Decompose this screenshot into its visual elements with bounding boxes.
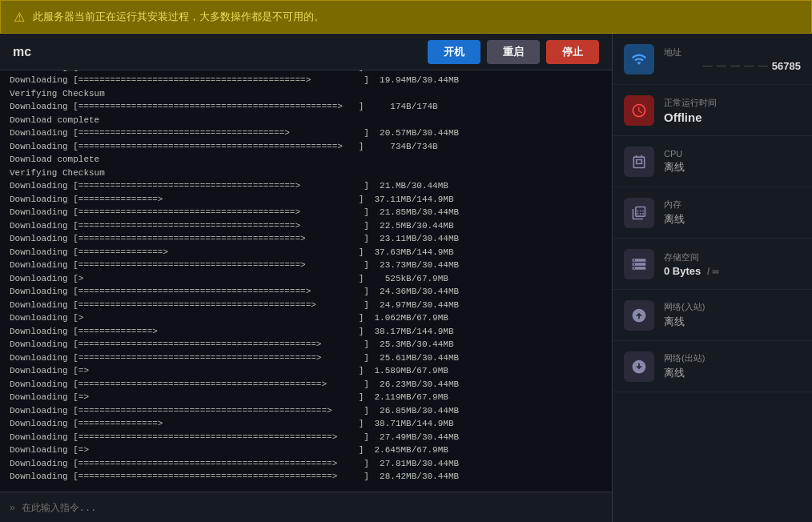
storage-icon [624, 249, 654, 279]
console-line: Downloading [===========================… [10, 219, 602, 233]
network-in-card: 网络(入站) 离线 [613, 290, 812, 341]
right-panel: 地址 — — — — — 56785 正常运行时间 Offline [612, 34, 812, 522]
ram-label: 内存 [664, 199, 801, 211]
cpu-card: CPU 离线 [613, 136, 812, 187]
console-line: Downloading [===========================… [10, 404, 602, 418]
cpu-label: CPU [664, 149, 801, 159]
storage-card-content: 存储空间 0 Bytes / ∞ [664, 251, 801, 277]
console-line: Downloading [===============> ] 37.11MB/… [10, 193, 602, 207]
console-line: Downloading [===========================… [10, 140, 602, 154]
network-label: 地址 [664, 46, 801, 58]
storage-card: 存储空间 0 Bytes / ∞ [613, 239, 812, 290]
console-line: Downloading [===========================… [10, 378, 602, 392]
console-line: Downloading [===========================… [10, 285, 602, 299]
console-line: Downloading [> ] 1.062MB/67.9MB [10, 311, 602, 325]
uptime-card: 正常运行时间 Offline [613, 85, 812, 136]
network-out-icon [624, 351, 654, 382]
uptime-card-content: 正常运行时间 Offline [664, 97, 801, 124]
network-in-icon [624, 300, 654, 331]
console-line: Downloading [===========================… [10, 100, 602, 114]
ip-display: — — — — — 56785 [664, 60, 801, 72]
cpu-card-content: CPU 离线 [664, 149, 801, 175]
console-line: Downloading [===========================… [10, 351, 602, 365]
header-buttons: 开机 重启 停止 [428, 40, 599, 64]
command-input[interactable] [22, 502, 602, 513]
ip-port: 56785 [772, 60, 801, 72]
console-line: Downloading [> ] 525kB/67.9MB [10, 272, 602, 286]
console-line: Verifying Checksum [10, 167, 602, 180]
network-card: 地址 — — — — — 56785 [613, 34, 812, 85]
main-layout: mc 开机 重启 停止 Downloading [===============… [0, 34, 812, 522]
network-icon [624, 44, 654, 74]
ip-masked: — — — — — [703, 60, 769, 71]
stop-button[interactable]: 停止 [546, 40, 599, 64]
network-in-label: 网络(入站) [664, 301, 801, 313]
console-line: Downloading [===========================… [10, 299, 602, 312]
command-input-bar: » [0, 492, 612, 522]
console-line: Downloading [===========================… [10, 74, 602, 87]
left-panel: mc 开机 重启 停止 Downloading [===============… [0, 34, 612, 522]
header-bar: mc 开机 重启 停止 [0, 34, 612, 70]
network-out-label: 网络(出站) [664, 352, 801, 364]
console-line: Downloading [==============> ] 38.17MB/1… [10, 325, 602, 339]
cpu-value: 离线 [664, 160, 801, 175]
ram-value: 离线 [664, 212, 801, 227]
network-card-content: 地址 — — — — — 56785 [664, 46, 801, 72]
console-output: Downloading [===========================… [0, 70, 612, 492]
console-line: Downloading [===========================… [10, 259, 602, 272]
storage-label: 存储空间 [664, 251, 801, 263]
console-line: Downloading [===========================… [10, 206, 602, 219]
console-line: Download complete [10, 114, 602, 127]
console-line: Downloading [===========================… [10, 431, 602, 444]
uptime-label: 正常运行时间 [664, 97, 801, 109]
uptime-value: Offline [664, 110, 801, 124]
console-line: Downloading [===========================… [10, 179, 602, 193]
console-line: Downloading [===========================… [10, 470, 602, 484]
network-in-card-content: 网络(入站) 离线 [664, 301, 801, 329]
console-line: Downloading [===========================… [10, 457, 602, 471]
console-line: Downloading [===============> ] 38.71MB/… [10, 417, 602, 431]
cmd-prompt-icon: » [10, 502, 15, 513]
cpu-icon [624, 147, 654, 177]
ram-card: 内存 离线 [613, 187, 812, 239]
network-out-value: 离线 [664, 366, 801, 380]
console-line: Downloading [=> ] 2.119MB/67.9MB [10, 391, 602, 404]
console-line: Downloading [===========================… [10, 232, 602, 246]
ram-icon [624, 198, 654, 228]
start-button[interactable]: 开机 [428, 40, 480, 64]
console-line: Downloading [===========================… [10, 126, 602, 140]
storage-value: 0 Bytes / ∞ [664, 265, 801, 277]
network-out-card: 网络(出站) 离线 [613, 341, 812, 392]
server-name: mc [13, 45, 31, 59]
console-line: Downloading [=> ] 1.589MB/67.9MB [10, 364, 602, 378]
network-in-value: 离线 [664, 315, 801, 329]
console-line: Verifying Checksum [10, 87, 602, 101]
network-out-card-content: 网络(出站) 离线 [664, 352, 801, 380]
warning-icon: ⚠ [14, 10, 25, 25]
restart-button[interactable]: 重启 [487, 40, 540, 64]
console-line: Downloading [=> ] 2.645MB/67.9MB [10, 444, 602, 457]
ram-card-content: 内存 离线 [664, 199, 801, 227]
clock-icon [624, 95, 654, 126]
console-line: Downloading [================> ] 37.63MB… [10, 246, 602, 259]
console-line: Download complete [10, 153, 602, 167]
warning-text: 此服务器当前正在运行其安装过程，大多数操作都是不可用的。 [33, 10, 324, 24]
console-line: Downloading [===========================… [10, 338, 602, 351]
warning-banner: ⚠ 此服务器当前正在运行其安装过程，大多数操作都是不可用的。 [0, 0, 812, 34]
